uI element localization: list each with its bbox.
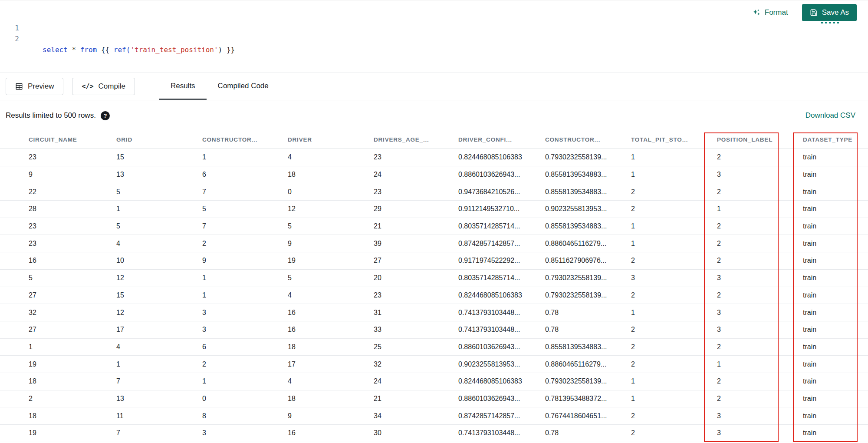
table-cell: 5	[202, 205, 288, 213]
save-as-button[interactable]: Save As	[802, 4, 857, 21]
table-cell: 4	[288, 291, 374, 299]
help-icon[interactable]: ?	[101, 111, 110, 120]
format-button[interactable]: Format	[752, 8, 788, 17]
table-cell: 4	[288, 153, 374, 161]
table-cell: 0.9473684210526...	[458, 188, 545, 196]
table-cell: 5	[288, 222, 374, 230]
table-cell: 2	[631, 360, 717, 368]
table-cell: 32	[29, 309, 116, 317]
compile-button[interactable]: </> Compile	[72, 78, 135, 95]
table-cell: 16	[288, 309, 374, 317]
format-label: Format	[765, 8, 788, 17]
table-cell: 2	[717, 257, 803, 264]
table-cell: 2	[631, 291, 717, 299]
table-cell: 0.7413793103448...	[458, 309, 545, 317]
table-cell: 3	[717, 309, 803, 317]
tab-compiled-code[interactable]: Compiled Code	[207, 73, 280, 100]
save-icon	[810, 9, 818, 17]
table-cell: 6	[202, 343, 288, 351]
code-token: from	[80, 46, 97, 54]
table-cell: 1	[631, 377, 717, 385]
table-cell: 1	[202, 377, 288, 385]
table-cell: 15	[116, 153, 202, 161]
table-cell: 1	[631, 153, 717, 161]
table-cell: 16	[288, 429, 374, 437]
column-header: DRIVER	[288, 136, 374, 143]
tab-compiled-code-label: Compiled Code	[218, 82, 269, 90]
tab-results[interactable]: Results	[159, 73, 207, 100]
code-token: 'train_test_position'	[130, 46, 218, 54]
table-cell: 3	[202, 429, 288, 437]
table-cell: train	[803, 222, 868, 230]
code-line-1: select * from {{ ref('train_test_positio…	[32, 44, 854, 55]
table-row: 51215200.8035714285714...0.7930232558139…	[0, 270, 868, 287]
table-cell: 2	[717, 188, 803, 196]
table-cell: 5	[29, 274, 116, 282]
table-cell: 17	[116, 326, 202, 334]
code-token: )	[218, 46, 223, 54]
table-cell: train	[803, 240, 868, 248]
table-cell: train	[803, 188, 868, 196]
column-header: CONSTRUCTOR...	[545, 136, 631, 143]
table-cell: train	[803, 377, 868, 385]
table-cell: 12	[116, 309, 202, 317]
table-cell: 23	[29, 153, 116, 161]
download-csv-link[interactable]: Download CSV	[806, 111, 855, 120]
table-cell: 0.7930232558139...	[545, 274, 631, 282]
table-cell: 23	[29, 222, 116, 230]
table-cell: 19	[288, 257, 374, 264]
table-cell: 1	[29, 343, 116, 351]
table-cell: train	[803, 412, 868, 420]
table-cell: 17	[288, 360, 374, 368]
table-cell: 18	[29, 377, 116, 385]
table-row: 23575210.8035714285714...0.8558139534883…	[0, 218, 868, 235]
table-row: 18714240.8244680851063830.7930232558139.…	[0, 373, 868, 390]
table-cell: 1	[631, 395, 717, 403]
table-cell: 2	[631, 343, 717, 351]
table-cell: 0.7930232558139...	[545, 153, 631, 161]
table-cell: 0.824468085106383	[458, 377, 545, 385]
table-cell: train	[803, 257, 868, 264]
table-cell: 2	[202, 240, 288, 248]
preview-button[interactable]: Preview	[6, 78, 63, 95]
app-root: Format Save As 12 select * from {{ ref('…	[0, 0, 868, 443]
column-header: POSITION_LABEL	[717, 136, 803, 143]
table-cell: train	[803, 205, 868, 213]
table-cell: 0.7930232558139...	[545, 377, 631, 385]
code-token: select	[43, 46, 68, 54]
table-cell: 0.9023255813953...	[458, 360, 545, 368]
table-cell: 0	[288, 188, 374, 196]
table-cell: 2	[631, 326, 717, 334]
table-row: 197316300.7413793103448...0.7823train	[0, 425, 868, 442]
table-cell: 1	[631, 171, 717, 179]
table-row: 913618240.8860103626943...0.855813953488…	[0, 166, 868, 184]
table-cell: 3	[717, 429, 803, 437]
table-cell: train	[803, 153, 868, 161]
table-cell: 3	[717, 274, 803, 282]
table-cell: 22	[29, 188, 116, 196]
table-cell: 7	[116, 377, 202, 385]
table-cell: 1	[116, 205, 202, 213]
table-row: 14618250.8860103626943...0.8558139534883…	[0, 339, 868, 356]
table-cell: 12	[288, 205, 374, 213]
table-cell: 9	[288, 412, 374, 420]
table-cell: train	[803, 274, 868, 282]
table-cell: 29	[374, 205, 458, 213]
table-cell: 0.824468085106383	[458, 291, 545, 299]
table-row: 281512290.9112149532710...0.902325581395…	[0, 201, 868, 218]
table-cell: 0.8035714285714...	[458, 222, 545, 230]
table-cell: 11	[116, 412, 202, 420]
results-table: CIRCUIT_NAMEGRIDCONSTRUCTOR...DRIVERDRIV…	[0, 131, 868, 442]
code-token: {{	[97, 46, 114, 54]
table-header: CIRCUIT_NAMEGRIDCONSTRUCTOR...DRIVERDRIV…	[0, 131, 868, 149]
table-cell: 27	[374, 257, 458, 264]
table-row: 231514230.8244680851063830.7930232558139…	[0, 149, 868, 166]
table-cell: 2	[717, 395, 803, 403]
table-cell: 8	[202, 412, 288, 420]
table-cell: 0.8742857142857...	[458, 240, 545, 248]
table-cell: 2	[631, 412, 717, 420]
table-cell: 32	[374, 360, 458, 368]
table-row: 191217320.9023255813953...0.886046511627…	[0, 356, 868, 373]
table-cell: 10	[116, 257, 202, 264]
table-cell: 4	[116, 343, 202, 351]
